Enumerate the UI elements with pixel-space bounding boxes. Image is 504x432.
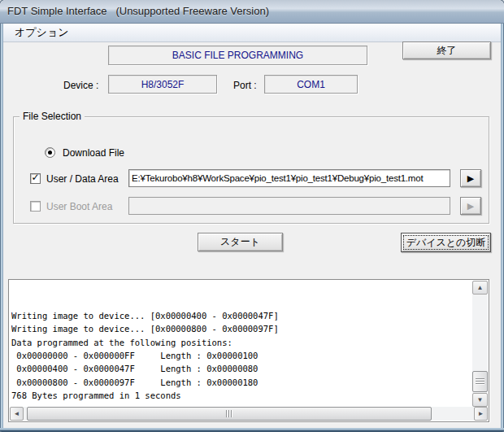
scroll-down-icon: ▼	[477, 397, 484, 404]
scroll-left-button[interactable]: ◄	[10, 407, 24, 421]
log-text: Writing image to device... [0x00000400 -…	[11, 282, 471, 405]
user-boot-area-checkbox	[30, 201, 41, 212]
vertical-scroll-thumb[interactable]	[472, 371, 488, 392]
log-line: Writing image to device... [0x00000800 -…	[11, 322, 471, 335]
exit-button-label: 終了	[437, 44, 457, 58]
app-window: FDT Simple Interface (Unsupported Freewa…	[0, 0, 504, 432]
scroll-up-icon: ▲	[477, 285, 484, 291]
port-label: Port :	[233, 80, 257, 91]
radio-selected-dot-icon	[48, 151, 52, 155]
log-lines: Writing image to device... [0x00000400 -…	[11, 309, 471, 403]
user-boot-area-browse-button: ▶	[460, 197, 481, 215]
banner-text: BASIC FILE PROGRAMMING	[172, 50, 303, 61]
user-data-area-browse-button[interactable]: ▶	[460, 169, 481, 187]
thumb-gripper-icon	[226, 410, 232, 417]
user-data-area-label: User / Data Area	[46, 173, 119, 185]
browse-arrow-icon: ▶	[467, 174, 474, 183]
checkmark-icon: ✓	[31, 173, 40, 184]
exit-button[interactable]: 終了	[402, 41, 491, 59]
window-title: FDT Simple Interface (Unsupported Freewa…	[7, 5, 269, 17]
disconnect-device-button[interactable]: デバイスとの切断	[401, 233, 491, 252]
download-file-label: Download File	[63, 147, 124, 159]
menu-item-options[interactable]: オプション	[8, 24, 76, 41]
scroll-down-button[interactable]: ▼	[472, 393, 488, 407]
user-boot-area-path-input	[128, 197, 450, 215]
disconnect-button-label: デバイスとの切断	[406, 236, 486, 250]
start-button[interactable]: スタート	[198, 233, 283, 251]
device-label: Device :	[63, 80, 98, 91]
log-output-panel: Writing image to device... [0x00000400 -…	[8, 279, 489, 422]
log-line: 768 Bytes programmed in 1 seconds	[11, 389, 471, 402]
start-button-label: スタート	[220, 235, 260, 249]
port-value-box: COM1	[264, 75, 358, 94]
file-selection-title: File Selection	[20, 111, 85, 122]
banner-box: BASIC FILE PROGRAMMING	[108, 46, 367, 65]
device-value: H8/3052F	[141, 79, 185, 90]
log-line: 0x00000800 - 0x0000097F Length : 0x00000…	[11, 376, 471, 389]
scroll-right-button[interactable]: ►	[474, 407, 488, 421]
menu-bar: オプション	[3, 24, 501, 42]
thumb-gripper-icon	[476, 378, 484, 385]
download-file-radio[interactable]	[45, 147, 55, 158]
scroll-up-button[interactable]: ▲	[472, 281, 488, 295]
user-data-area-checkbox[interactable]: ✓	[30, 173, 41, 184]
vertical-scrollbar[interactable]: ▲ ▼	[472, 281, 488, 407]
window-frame-right	[501, 24, 504, 432]
browse-arrow-icon-disabled: ▶	[467, 202, 474, 211]
horizontal-scrollbar[interactable]: ◄ ►	[10, 407, 488, 421]
user-data-area-path-input[interactable]	[128, 169, 450, 187]
device-value-box: H8/3052F	[108, 75, 217, 94]
horizontal-scroll-thumb[interactable]	[27, 407, 432, 421]
window-frame-bottom	[0, 428, 504, 432]
scroll-left-icon: ◄	[14, 411, 20, 417]
title-bar[interactable]: FDT Simple Interface (Unsupported Freewa…	[0, 0, 504, 24]
user-boot-area-label: User Boot Area	[46, 201, 112, 212]
log-line: 0x00000000 - 0x000000FF Length : 0x00000…	[11, 349, 471, 362]
log-line: 0x00000400 - 0x0000047F Length : 0x00000…	[11, 362, 471, 375]
scroll-right-icon: ►	[478, 411, 484, 417]
log-line: Writing image to device... [0x00000400 -…	[11, 309, 471, 322]
log-line: Data programmed at the following positio…	[11, 336, 471, 349]
port-value: COM1	[297, 79, 325, 90]
